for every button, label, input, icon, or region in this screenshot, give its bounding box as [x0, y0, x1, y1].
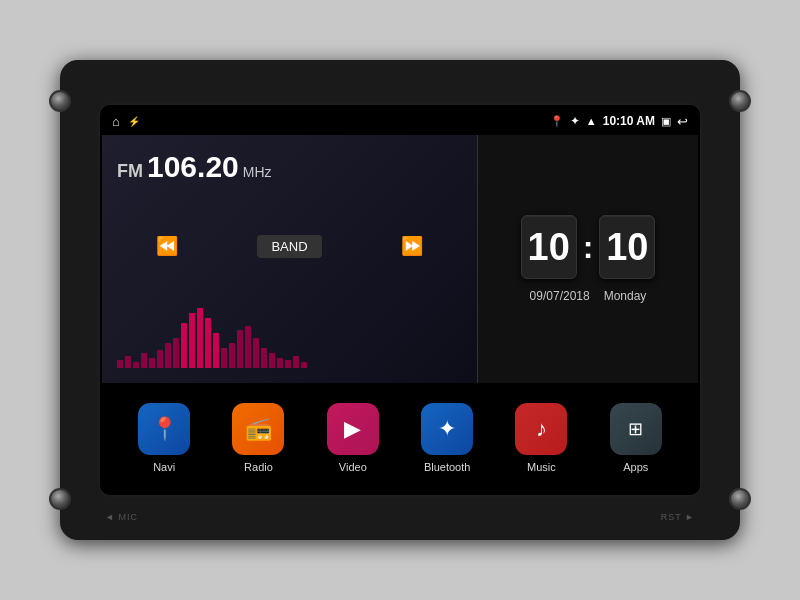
music-label: Music — [527, 461, 556, 473]
wifi-icon: ▲ — [586, 115, 597, 127]
status-bar: ⌂ ⚡ 📍 ✦ ▲ 10:10 AM ▣ ↩ — [102, 107, 698, 135]
mic-label: ◄ MIC — [105, 512, 138, 522]
radio-icon: 📻 — [232, 403, 284, 455]
app-item-video[interactable]: ▶Video — [327, 403, 379, 473]
app-grid: 📍Navi📻Radio▶Video✦Bluetooth♪Music⊞Apps — [102, 383, 698, 493]
fastforward-icon[interactable]: ⏩ — [401, 235, 423, 257]
app-item-apps[interactable]: ⊞Apps — [610, 403, 662, 473]
spectrum-bar — [301, 362, 307, 368]
spectrum-visualizer — [117, 308, 462, 368]
spectrum-bar — [237, 330, 243, 368]
spectrum-bar — [205, 318, 211, 368]
rewind-icon[interactable]: ⏪ — [156, 235, 178, 257]
screen: ⌂ ⚡ 📍 ✦ ▲ 10:10 AM ▣ ↩ — [102, 107, 698, 493]
status-time: 10:10 AM — [603, 114, 655, 128]
spectrum-bar — [181, 323, 187, 368]
bluetooth-status-icon: ✦ — [570, 114, 580, 128]
apps-label: Apps — [623, 461, 648, 473]
bluetooth-icon: ✦ — [421, 403, 473, 455]
main-content: FM 106.20 MHz ⏪ BAND ⏩ — [102, 135, 698, 383]
spectrum-bar — [125, 356, 131, 368]
spectrum-bar — [277, 358, 283, 368]
status-left-icons: ⌂ ⚡ — [112, 114, 140, 129]
clock-widget: 10 : 10 09/07/2018 Monday — [478, 135, 698, 383]
screw-bl — [49, 488, 71, 510]
spectrum-bar — [285, 360, 291, 368]
music-icon: ♪ — [515, 403, 567, 455]
screen-bezel: ⌂ ⚡ 📍 ✦ ▲ 10:10 AM ▣ ↩ — [100, 105, 700, 495]
spectrum-bar — [245, 326, 251, 368]
spectrum-bar — [269, 353, 275, 368]
app-item-radio[interactable]: 📻Radio — [232, 403, 284, 473]
navi-icon: 📍 — [138, 403, 190, 455]
app-item-music[interactable]: ♪Music — [515, 403, 567, 473]
radio-band-label: FM — [117, 161, 143, 182]
radio-label: Radio — [244, 461, 273, 473]
spectrum-bar — [189, 313, 195, 368]
location-icon: 📍 — [550, 115, 564, 128]
clock-date-row: 09/07/2018 Monday — [530, 289, 647, 303]
spectrum-bar — [117, 360, 123, 368]
spectrum-bar — [293, 356, 299, 368]
spectrum-bar — [165, 343, 171, 368]
clock-day: Monday — [604, 289, 647, 303]
radio-unit: MHz — [243, 164, 272, 180]
back-icon: ↩ — [677, 114, 688, 129]
spectrum-bar — [213, 333, 219, 368]
screw-br — [729, 488, 751, 510]
rst-label: RST ► — [661, 512, 695, 522]
spectrum-bar — [221, 348, 227, 368]
radio-frequency: 106.20 — [147, 150, 239, 184]
app-item-bluetooth[interactable]: ✦Bluetooth — [421, 403, 473, 473]
unit-bottom-bar: ◄ MIC RST ► — [105, 512, 695, 522]
flip-clock: 10 : 10 — [521, 215, 656, 279]
spectrum-bar — [141, 353, 147, 368]
screw-tl — [49, 90, 71, 112]
clock-hour: 10 — [521, 215, 577, 279]
car-unit: ⌂ ⚡ 📍 ✦ ▲ 10:10 AM ▣ ↩ — [60, 60, 740, 540]
radio-freq-display: FM 106.20 MHz — [117, 150, 462, 184]
usb-icon: ⚡ — [128, 116, 140, 127]
radio-controls[interactable]: ⏪ BAND ⏩ — [117, 229, 462, 264]
band-button[interactable]: BAND — [257, 235, 321, 258]
spectrum-bar — [149, 358, 155, 368]
home-icon: ⌂ — [112, 114, 120, 129]
spectrum-bar — [157, 350, 163, 368]
clock-minute: 10 — [599, 215, 655, 279]
video-icon: ▶ — [327, 403, 379, 455]
bluetooth-label: Bluetooth — [424, 461, 470, 473]
radio-header: FM 106.20 MHz — [117, 150, 462, 184]
window-icon: ▣ — [661, 115, 671, 128]
spectrum-bar — [261, 348, 267, 368]
spectrum-bar — [173, 338, 179, 368]
spectrum-bar — [133, 362, 139, 368]
video-label: Video — [339, 461, 367, 473]
navi-label: Navi — [153, 461, 175, 473]
radio-widget: FM 106.20 MHz ⏪ BAND ⏩ — [102, 135, 478, 383]
clock-date: 09/07/2018 — [530, 289, 590, 303]
spectrum-bar — [229, 343, 235, 368]
screw-tr — [729, 90, 751, 112]
apps-icon: ⊞ — [610, 403, 662, 455]
clock-separator: : — [581, 229, 596, 266]
status-right-icons: 📍 ✦ ▲ 10:10 AM ▣ ↩ — [550, 114, 688, 129]
spectrum-bar — [253, 338, 259, 368]
app-item-navi[interactable]: 📍Navi — [138, 403, 190, 473]
spectrum-bar — [197, 308, 203, 368]
